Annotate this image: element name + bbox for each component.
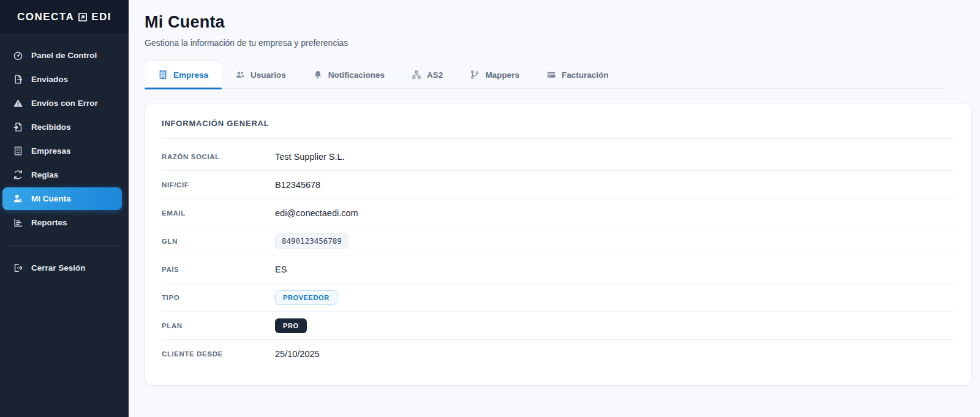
sidebar-item-label: Reportes xyxy=(31,218,67,227)
sidebar-item-label: Recibidos xyxy=(31,122,71,132)
sidebar-item-envios-con-error[interactable]: Envíos con Error xyxy=(2,92,122,115)
brand-text-right: EDI xyxy=(91,11,111,23)
field-value: ES xyxy=(275,265,287,274)
sidebar-item-panel-de-control[interactable]: Panel de Control xyxy=(2,44,122,67)
plan-badge: PRO xyxy=(275,318,307,333)
sidebar-item-label: Reglas xyxy=(31,170,58,179)
sidebar-item-label: Envíos con Error xyxy=(31,99,98,108)
gauge-icon xyxy=(13,50,23,61)
field-label: CLIENTE DESDE xyxy=(162,350,275,358)
users-icon xyxy=(235,70,245,80)
sidebar-item-empresas[interactable]: Empresas xyxy=(2,140,122,162)
git-branch-icon xyxy=(470,70,480,80)
field-rows: RAZÓN SOCIAL Test Supplier S.L. NIF/CIF … xyxy=(162,139,955,368)
general-info-card: INFORMACIÓN GENERAL RAZÓN SOCIAL Test Su… xyxy=(145,103,972,386)
brand-text-left: CONECTA xyxy=(17,11,74,23)
bell-icon xyxy=(313,70,323,80)
sidebar-item-label: Enviados xyxy=(31,75,68,84)
tab-label: Facturación xyxy=(562,70,609,80)
warning-icon xyxy=(13,98,23,108)
field-value: 25/10/2025 xyxy=(275,349,320,359)
user-gear-icon xyxy=(13,193,23,204)
tab-facturacion[interactable]: Facturación xyxy=(533,61,622,88)
tipo-badge: PROVEEDOR xyxy=(275,290,337,305)
arrow-up-right-square-icon xyxy=(78,12,88,22)
sidebar: CONECTA EDI Panel de Control Enviados En… xyxy=(0,0,129,417)
sidebar-item-label: Panel de Control xyxy=(31,51,97,60)
field-label: PAÍS xyxy=(162,266,275,273)
tab-usuarios[interactable]: Usuarios xyxy=(222,61,300,88)
field-row-plan: PLAN PRO xyxy=(162,312,955,340)
tab-as2[interactable]: AS2 xyxy=(398,61,456,88)
field-row-gln: GLN 8490123456789 xyxy=(162,227,955,255)
bar-chart-icon xyxy=(13,217,23,228)
field-label: PLAN xyxy=(162,322,275,329)
file-in-icon xyxy=(13,122,23,132)
field-value: edi@conectaedi.com xyxy=(275,208,358,218)
field-label: EMAIL xyxy=(162,209,275,217)
field-row-nif-cif: NIF/CIF B12345678 xyxy=(162,171,955,199)
tab-label: Usuarios xyxy=(251,70,286,80)
building-icon xyxy=(13,146,23,156)
sidebar-item-label: Empresas xyxy=(31,146,71,156)
field-row-pais: PAÍS ES xyxy=(162,255,955,284)
field-label: GLN xyxy=(162,238,275,245)
gln-code-chip: 8490123456789 xyxy=(275,233,349,249)
page-title: Mi Cuenta xyxy=(145,13,980,32)
tab-label: Mappers xyxy=(485,70,519,80)
field-value: Test Supplier S.L. xyxy=(275,152,345,162)
field-label: TIPO xyxy=(162,294,275,301)
field-row-email: EMAIL edi@conectaedi.com xyxy=(162,199,955,227)
sidebar-item-recibidos[interactable]: Recibidos xyxy=(2,116,122,138)
file-out-icon xyxy=(13,74,23,85)
sidebar-item-mi-cuenta[interactable]: Mi Cuenta xyxy=(2,187,122,210)
field-label: NIF/CIF xyxy=(162,181,275,189)
sidebar-item-reportes[interactable]: Reportes xyxy=(2,211,122,234)
tab-label: Empresa xyxy=(173,70,208,80)
tab-label: AS2 xyxy=(427,70,443,80)
card-heading: INFORMACIÓN GENERAL xyxy=(162,119,955,128)
sidebar-item-enviados[interactable]: Enviados xyxy=(2,68,122,91)
brand-logo[interactable]: CONECTA EDI xyxy=(0,0,129,35)
field-row-tipo: TIPO PROVEEDOR xyxy=(162,284,955,312)
sidebar-divider xyxy=(9,245,120,246)
field-label: RAZÓN SOCIAL xyxy=(162,153,275,160)
sidebar-item-label: Mi Cuenta xyxy=(31,194,71,203)
tab-mappers[interactable]: Mappers xyxy=(456,61,533,88)
tab-bar: Empresa Usuarios Notificaciones AS2 xyxy=(145,61,944,89)
tab-empresa[interactable]: Empresa xyxy=(145,61,222,88)
page-subtitle: Gestiona la información de tu empresa y … xyxy=(145,38,980,48)
sidebar-item-cerrar-sesion[interactable]: Cerrar Sesión xyxy=(2,257,122,279)
tab-label: Notificaciones xyxy=(328,70,385,80)
main-content: Mi Cuenta Gestiona la información de tu … xyxy=(129,0,980,417)
logout-icon xyxy=(13,263,23,273)
building-icon xyxy=(158,70,168,80)
sidebar-item-label: Cerrar Sesión xyxy=(31,263,86,272)
credit-card-icon xyxy=(546,70,556,80)
field-row-cliente-desde: CLIENTE DESDE 25/10/2025 xyxy=(162,340,955,368)
field-value: B12345678 xyxy=(275,180,320,190)
sidebar-nav: Panel de Control Enviados Envíos con Err… xyxy=(0,35,129,280)
sync-icon xyxy=(13,170,23,180)
field-row-razon-social: RAZÓN SOCIAL Test Supplier S.L. xyxy=(162,143,955,171)
sitemap-icon xyxy=(412,70,421,80)
sidebar-item-reglas[interactable]: Reglas xyxy=(2,163,122,186)
tab-notificaciones[interactable]: Notificaciones xyxy=(300,61,398,88)
